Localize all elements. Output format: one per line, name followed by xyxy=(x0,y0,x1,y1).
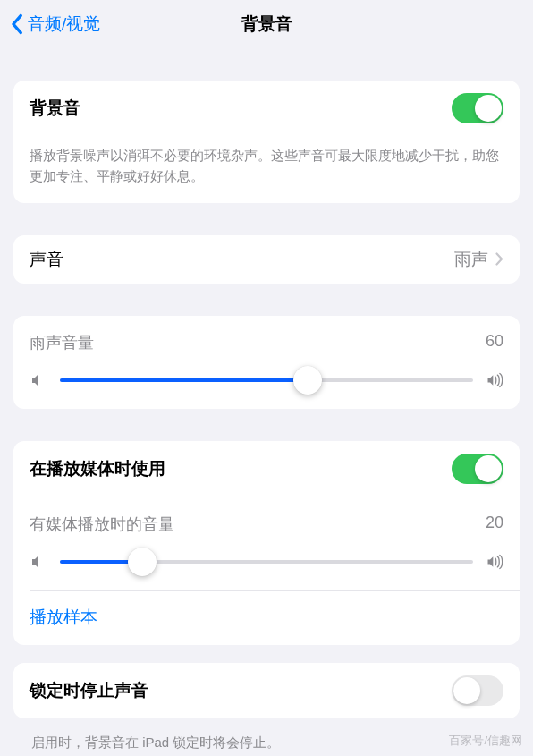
lock-toggle[interactable] xyxy=(452,675,503,706)
vol1-slider[interactable] xyxy=(60,378,473,382)
vol1-head: 雨声音量 60 xyxy=(13,316,520,362)
group-sound: 声音 雨声 xyxy=(13,235,520,284)
bgsound-desc: 播放背景噪声以消弭不必要的环境杂声。这些声音可最大限度地减少干扰，助您更加专注、… xyxy=(13,136,520,203)
media-slider-row xyxy=(13,544,520,590)
row-lock: 锁定时停止声音 xyxy=(13,663,520,718)
volume-low-icon xyxy=(30,553,47,571)
group-vol1: 雨声音量 60 xyxy=(13,316,520,409)
media-slider[interactable] xyxy=(60,560,473,564)
bgsound-toggle[interactable] xyxy=(452,93,503,123)
media-vol-head: 有媒体播放时的音量 20 xyxy=(13,497,520,544)
sound-value: 雨声 xyxy=(454,248,488,271)
sound-value-wrap: 雨声 xyxy=(454,248,503,271)
volume-low-icon xyxy=(30,371,47,389)
lock-label: 锁定时停止声音 xyxy=(30,679,148,702)
media-use-toggle[interactable] xyxy=(452,454,503,484)
chevron-left-icon xyxy=(9,13,24,35)
media-vol-value: 20 xyxy=(486,514,503,535)
group-bgsound: 背景音 播放背景噪声以消弭不必要的环境杂声。这些声音可最大限度地减少干扰，助您更… xyxy=(13,81,520,203)
row-media-use: 在播放媒体时使用 xyxy=(13,441,520,497)
volume-high-icon xyxy=(486,553,503,571)
bgsound-label: 背景音 xyxy=(30,97,80,120)
vol1-value: 60 xyxy=(486,332,503,353)
row-sample: 播放样本 xyxy=(13,591,520,645)
sound-label: 声音 xyxy=(30,248,63,271)
row-sound[interactable]: 声音 雨声 xyxy=(13,235,520,284)
page-title: 背景音 xyxy=(241,13,292,36)
vol1-label: 雨声音量 xyxy=(30,332,94,353)
chevron-right-icon xyxy=(495,252,503,266)
vol1-thumb xyxy=(293,366,322,395)
vol1-slider-row xyxy=(13,362,520,409)
group-lock: 锁定时停止声音 xyxy=(13,663,520,718)
group-media: 在播放媒体时使用 有媒体播放时的音量 20 播放样本 xyxy=(13,441,520,645)
back-button[interactable]: 音频/视觉 xyxy=(9,13,100,36)
back-label: 音频/视觉 xyxy=(28,13,100,36)
nav-bar: 音频/视觉 背景音 xyxy=(0,0,533,48)
content: 背景音 播放背景噪声以消弭不必要的环境杂声。这些声音可最大限度地减少干扰，助您更… xyxy=(0,48,533,756)
media-vol-label: 有媒体播放时的音量 xyxy=(30,514,174,535)
media-use-label: 在播放媒体时使用 xyxy=(30,457,165,480)
volume-high-icon xyxy=(486,371,503,389)
lock-desc: 启用时，背景音在 iPad 锁定时将会停止。 xyxy=(13,726,520,757)
vol1-fill xyxy=(60,378,308,382)
play-sample-link[interactable]: 播放样本 xyxy=(30,607,97,626)
media-thumb xyxy=(128,548,157,576)
row-bgsound: 背景音 xyxy=(13,81,520,136)
